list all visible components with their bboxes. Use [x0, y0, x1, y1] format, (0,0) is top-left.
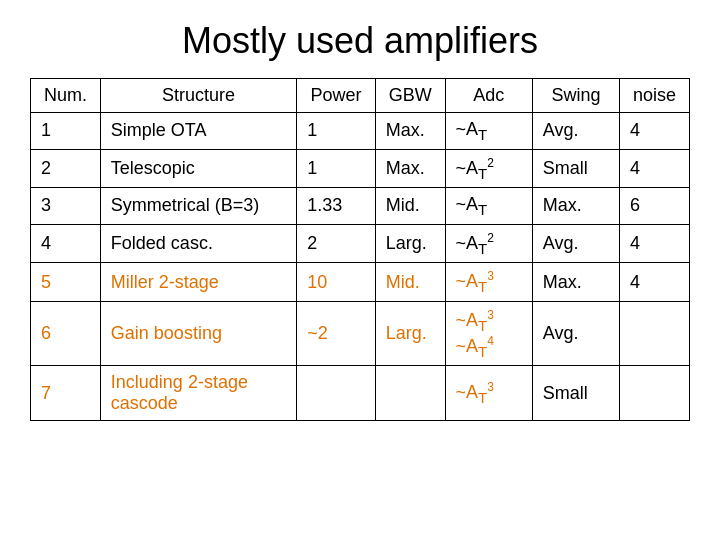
- cell-structure: Simple OTA: [100, 113, 296, 150]
- cell-structure: Folded casc.: [100, 224, 296, 263]
- cell-structure: Symmetrical (B=3): [100, 188, 296, 225]
- header-structure: Structure: [100, 79, 296, 113]
- cell-adc: ~AT: [445, 188, 532, 225]
- cell-adc: ~AT2: [445, 224, 532, 263]
- cell-num: 6: [31, 301, 101, 365]
- cell-power: [297, 366, 376, 421]
- cell-swing: Max.: [532, 263, 619, 302]
- cell-gbw: [375, 366, 445, 421]
- cell-adc: ~AT2: [445, 149, 532, 188]
- cell-num: 1: [31, 113, 101, 150]
- header-adc: Adc: [445, 79, 532, 113]
- cell-num: 7: [31, 366, 101, 421]
- header-power: Power: [297, 79, 376, 113]
- cell-gbw: Larg.: [375, 301, 445, 365]
- cell-gbw: Mid.: [375, 263, 445, 302]
- cell-structure: Gain boosting: [100, 301, 296, 365]
- cell-swing: Avg.: [532, 224, 619, 263]
- cell-noise: [620, 301, 690, 365]
- cell-gbw: Larg.: [375, 224, 445, 263]
- cell-structure: Including 2-stage cascode: [100, 366, 296, 421]
- cell-num: 5: [31, 263, 101, 302]
- cell-structure: Telescopic: [100, 149, 296, 188]
- cell-noise: 4: [620, 263, 690, 302]
- cell-adc: ~AT3~AT4: [445, 301, 532, 365]
- page-title: Mostly used amplifiers: [182, 20, 538, 62]
- cell-structure: Miller 2-stage: [100, 263, 296, 302]
- cell-gbw: Max.: [375, 149, 445, 188]
- cell-adc: ~AT3: [445, 366, 532, 421]
- header-noise: noise: [620, 79, 690, 113]
- cell-swing: Small: [532, 366, 619, 421]
- cell-swing: Avg.: [532, 301, 619, 365]
- cell-power: 1: [297, 149, 376, 188]
- header-gbw: GBW: [375, 79, 445, 113]
- cell-noise: [620, 366, 690, 421]
- header-num: Num.: [31, 79, 101, 113]
- header-swing: Swing: [532, 79, 619, 113]
- cell-power: 1.33: [297, 188, 376, 225]
- cell-power: ~2: [297, 301, 376, 365]
- cell-swing: Small: [532, 149, 619, 188]
- cell-noise: 4: [620, 224, 690, 263]
- cell-adc: ~AT: [445, 113, 532, 150]
- cell-noise: 4: [620, 113, 690, 150]
- cell-power: 10: [297, 263, 376, 302]
- cell-swing: Avg.: [532, 113, 619, 150]
- cell-power: 2: [297, 224, 376, 263]
- cell-noise: 4: [620, 149, 690, 188]
- cell-noise: 6: [620, 188, 690, 225]
- cell-num: 2: [31, 149, 101, 188]
- cell-gbw: Max.: [375, 113, 445, 150]
- cell-swing: Max.: [532, 188, 619, 225]
- amplifiers-table: Num. Structure Power GBW Adc Swing noise…: [30, 78, 690, 421]
- cell-gbw: Mid.: [375, 188, 445, 225]
- cell-adc: ~AT3: [445, 263, 532, 302]
- cell-num: 3: [31, 188, 101, 225]
- cell-power: 1: [297, 113, 376, 150]
- cell-num: 4: [31, 224, 101, 263]
